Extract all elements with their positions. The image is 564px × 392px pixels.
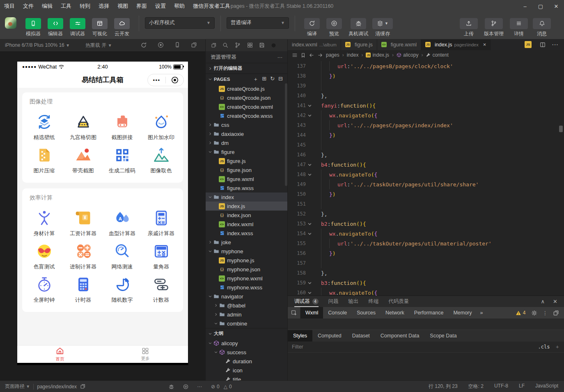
tree-item-myphone.js[interactable]: JSmyphone.js [206,256,288,265]
styles-tab-Dataset[interactable]: Dataset [347,330,375,342]
toolbar-详情[interactable]: 详情 [507,18,530,37]
toolbar-编译[interactable]: 编译 [301,18,323,37]
more-status-icon[interactable]: ⋯ [197,384,202,390]
popout-icon[interactable] [191,42,197,48]
refresh-explorer-icon[interactable]: ↻ [270,76,275,83]
toolbar-可视化[interactable]: 可视化 [89,18,111,37]
toolbar-编辑器[interactable]: 编辑器 [44,18,66,37]
tree-item-combine[interactable]: combine [206,319,288,328]
tree-item-figure[interactable]: figure [206,147,288,156]
tree-item-createQrcode.wxml[interactable]: <>createQrcode.wxml [206,102,288,111]
tree-item-myphone.json[interactable]: {.}myphone.json [206,265,288,274]
tree-item-createQrcode.wxss[interactable]: createQrcode.wxss [206,111,288,120]
tree-item-index.wxml[interactable]: <>index.wxml [206,220,288,229]
tree-item-@babel[interactable]: @babel [206,301,288,310]
toolbar-真机调试[interactable]: 真机调试 [345,18,371,37]
copy-icon[interactable] [211,43,216,48]
devtools-warning-counter[interactable]: 4 [516,310,526,316]
indent-setting[interactable]: 空格: 2 [468,383,484,390]
gear-icon[interactable] [531,310,537,316]
popout-icon[interactable] [553,310,559,316]
fold-chevron-icon[interactable] [306,291,313,295]
warning-counter[interactable]: △0 [224,384,232,390]
split-icon[interactable] [540,42,546,48]
debugger-tab-调试器[interactable]: 调试器4 [294,296,319,307]
toolbar-云开发[interactable]: 云开发 [111,18,133,37]
toolbar-清缓存[interactable]: ▼清缓存 [371,18,394,37]
tree-item-figure.js[interactable]: JSfigure.js [206,156,288,165]
breadcrumb-index[interactable]: index [347,52,359,58]
tool-截图拼接[interactable]: 截图拼接 [103,113,142,141]
menu-item-项目[interactable]: 项目 [0,3,19,9]
tree-item-navigator[interactable]: navigator [206,292,288,301]
tool-血型计算器[interactable]: A血型计算器 [103,209,142,237]
maximize-button[interactable]: ▢ [533,0,548,12]
arrow-left-icon[interactable] [309,53,314,58]
menu-item-微信开发者工具[interactable]: 微信开发者工具 [189,3,234,9]
debugger-tab-终端[interactable]: 终端 [369,296,379,307]
branch-icon[interactable] [234,42,241,48]
tree-item-title[interactable]: title [206,375,288,381]
tree-item-joke[interactable]: joke [206,238,288,247]
tree-item-myphone.wxml[interactable]: <>myphone.wxml [206,274,288,283]
tool-工资计算器[interactable]: ¥工资计算器 [64,209,103,237]
new-folder-icon[interactable]: ⊞ [262,76,266,83]
tool-身材计算[interactable]: 身材计算 [25,209,64,237]
debugger-tab-输出[interactable]: 输出 [348,296,359,307]
error-counter[interactable]: ⊘0 [211,384,220,390]
more-dots-button[interactable]: ••• [148,78,165,83]
debug-icon[interactable] [168,384,174,390]
tool-图片压缩[interactable]: 图片压缩 [25,146,64,174]
fold-chevron-icon[interactable] [306,163,313,167]
toolbar-预览[interactable]: 预览 [323,18,345,37]
styles-tab-Component Data[interactable]: Component Data [375,330,425,342]
tool-带壳截图[interactable]: 带壳截图 [64,146,103,174]
language-mode[interactable]: JavaScript [535,383,558,390]
menu-item-设置[interactable]: 设置 [151,3,170,9]
more-editors-icon[interactable]: ⋯ [552,41,558,48]
breadcrumb-alicopy[interactable]: alicopy [397,52,418,58]
menu-item-界面[interactable]: 界面 [132,3,151,9]
tabbar-更多[interactable]: 更多 [103,346,188,363]
close-tab-icon[interactable]: × [483,41,486,48]
tool-九宫格切图[interactable]: 九宫格切图 [64,113,103,141]
open-js-icon[interactable]: JS [525,41,532,48]
tree-item-alicopy[interactable]: alicopy [206,339,288,348]
inspect-element-icon[interactable] [288,307,300,319]
arrow-right-icon[interactable] [317,53,323,58]
fold-chevron-icon[interactable] [306,281,313,285]
explorer-more-button[interactable]: ⋯ [277,54,283,60]
preview-eye-icon[interactable] [183,384,189,390]
breadcrumb-content[interactable]: content [426,52,448,58]
close-panel-icon[interactable]: ✕ [553,298,557,305]
compile-select[interactable]: 普通编译▼ [227,17,289,29]
styles-tab-Scope Data[interactable]: Scope Data [424,330,462,342]
tree-item-myphone[interactable]: myphone [206,247,288,256]
collapse-all-icon[interactable]: ⊟ [278,76,283,83]
fold-chevron-icon[interactable] [306,232,313,236]
devtools-tab-Memory[interactable]: Memory [448,307,477,319]
tool-进制计算器[interactable]: 进制计算器 [64,242,103,271]
fold-chevron-icon[interactable] [306,222,313,226]
menu-item-帮助[interactable]: 帮助 [170,3,189,9]
debugger-tab-代码质量[interactable]: 代码质量 [389,296,409,307]
tree-item-success[interactable]: success [206,348,288,357]
tree-item-index.wxss[interactable]: index.wxss [206,229,288,238]
close-button[interactable]: ✕ [548,0,564,12]
tree-item-index.js[interactable]: JSindex.js [206,202,288,211]
mode-select[interactable]: 小程序模式▼ [145,17,215,29]
editor-tab-index.js[interactable]: JSindex.jspages\index× [421,39,491,50]
tree-item-createQrcode.json[interactable]: {.}createQrcode.json [206,93,288,102]
editor-tab-index.wxml[interactable]: index.wxml...\album [288,39,341,50]
eol-setting[interactable]: LF [519,383,525,390]
outline-list-icon[interactable] [292,53,298,58]
menu-item-选择[interactable]: 选择 [94,3,113,9]
editor-tab-figure.js[interactable]: JSfigure.js [341,39,377,50]
debugger-tab-问题[interactable]: 问题 [328,296,339,307]
grid4-icon[interactable] [247,42,253,48]
tree-item-figure.wxml[interactable]: <>figure.wxml [206,174,288,183]
page-path-label[interactable]: 页面路径 ▼ [5,383,30,390]
tree-item-daxiaoxie[interactable]: daxiaoxie [206,129,288,138]
fold-chevron-icon[interactable] [306,114,313,117]
hot-reload-toggle[interactable]: 热重载 开 ▼ [85,42,112,49]
